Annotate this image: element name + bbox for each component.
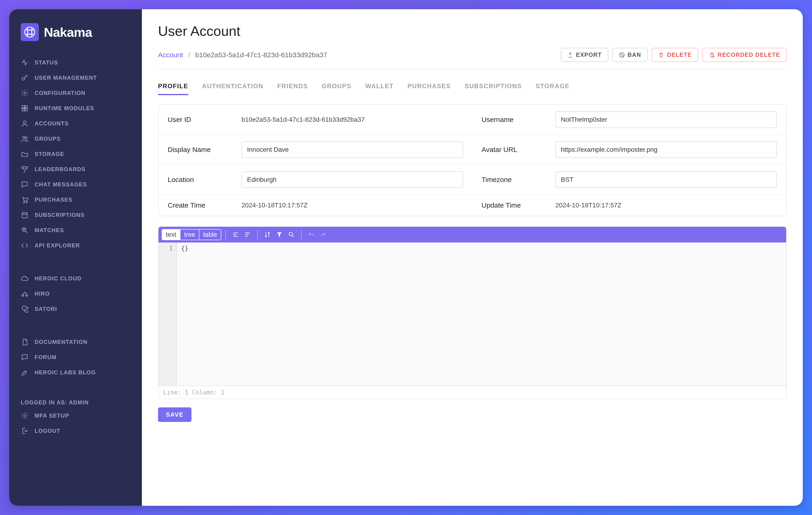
tab-storage[interactable]: STORAGE: [535, 79, 570, 95]
svg-point-13: [22, 228, 26, 232]
cart-icon: [21, 196, 29, 204]
sidebar-item-satori[interactable]: SATORI: [9, 301, 142, 317]
editor-mode-text[interactable]: text: [162, 229, 180, 240]
create-time-label: Create Time: [168, 201, 237, 209]
rocket-icon: [21, 369, 29, 376]
tab-subscriptions[interactable]: SUBSCRIPTIONS: [465, 79, 522, 95]
editor-mode-table[interactable]: table: [199, 229, 221, 240]
timezone-input[interactable]: [555, 171, 777, 188]
sidebar-item-label: STORAGE: [35, 151, 64, 157]
avatar-url-input[interactable]: [555, 141, 777, 158]
compact-icon[interactable]: [243, 230, 252, 239]
sidebar-item-storage[interactable]: STORAGE: [9, 146, 142, 162]
logout-icon: [21, 427, 29, 435]
sidebar-item-configuration[interactable]: CONFIGURATION: [9, 85, 142, 101]
sidebar-item-runtime-modules[interactable]: RUNTIME MODULES: [9, 101, 142, 116]
tab-wallet[interactable]: WALLET: [366, 79, 394, 95]
format-icon[interactable]: [231, 230, 240, 239]
svg-point-11: [26, 202, 27, 203]
breadcrumb-id: b10e2a53-5a1d-47c1-823d-61b33d92ba37: [195, 51, 327, 59]
logged-in-as: LOGGED IN AS: ADMIN: [9, 396, 142, 406]
undo-icon[interactable]: [307, 230, 316, 239]
breadcrumb-sep: /: [188, 51, 190, 59]
update-time-label: Update Time: [482, 201, 551, 209]
page-title: User Account: [158, 23, 787, 39]
sidebar-item-label: PURCHASES: [35, 196, 72, 203]
svg-point-17: [24, 415, 26, 417]
action-buttons: EXPORTBANDELETERECORDED DELETE: [561, 48, 787, 62]
sidebar-item-chat-messages[interactable]: CHAT MESSAGES: [9, 177, 142, 192]
chat-icon: [21, 353, 29, 361]
sidebar-item-leaderboards[interactable]: LEADERBOARDS: [9, 162, 142, 177]
filter-icon[interactable]: [275, 230, 284, 239]
calendar-icon: [21, 211, 29, 219]
location-input[interactable]: [241, 171, 463, 188]
key-icon: [21, 74, 29, 82]
sidebar-item-label: API EXPLORER: [35, 242, 80, 249]
sidebar-item-label: STATUS: [35, 59, 58, 66]
delete-button[interactable]: DELETE: [652, 48, 698, 62]
redo-icon[interactable]: [319, 230, 328, 239]
json-editor: texttreetable 1 {} Line: 1 Column: 1: [158, 226, 787, 399]
recorded-delete-button[interactable]: RECORDED DELETE: [702, 48, 787, 62]
sidebar-item-label: DOCUMENTATION: [35, 339, 87, 345]
sidebar-item-label: ACCOUNTS: [35, 120, 69, 127]
create-time-value: 2024-10-18T10:17:57Z: [241, 201, 463, 209]
username-input[interactable]: [555, 111, 777, 128]
chat-icon: [21, 181, 29, 188]
tab-purchases[interactable]: PURCHASES: [408, 79, 451, 95]
editor-mode-group: texttreetable: [162, 229, 221, 240]
sidebar-item-label: CHAT MESSAGES: [35, 181, 87, 188]
sidebar-item-label: FORUM: [35, 354, 57, 360]
sidebar-item-mfa-setup[interactable]: MFA SETUP: [9, 408, 142, 423]
sidebar-item-status[interactable]: STATUS: [9, 55, 142, 70]
sidebar-item-forum[interactable]: FORUM: [9, 350, 142, 365]
sidebar-item-label: USER MANAGEMENT: [35, 75, 97, 81]
tab-profile[interactable]: PROFILE: [158, 79, 188, 95]
editor-body[interactable]: 1 {}: [158, 243, 786, 386]
user-icon: [21, 119, 29, 128]
main-content: User Account Account / b10e2a53-5a1d-47c…: [142, 9, 803, 506]
search-icon[interactable]: [287, 230, 296, 239]
svg-point-19: [713, 56, 714, 57]
svg-point-20: [289, 232, 292, 236]
breadcrumb-root[interactable]: Account: [158, 51, 183, 59]
display-name-input[interactable]: [241, 141, 463, 158]
sidebar-item-label: GROUPS: [35, 136, 61, 142]
trash-icon: [658, 52, 664, 58]
sidebar-item-subscriptions[interactable]: SUBSCRIPTIONS: [9, 208, 142, 223]
sidebar-item-heroic-labs-blog[interactable]: HEROIC LABS BLOG: [9, 365, 142, 380]
tab-friends[interactable]: FRIENDS: [277, 79, 308, 95]
bike-icon: [21, 290, 29, 298]
svg-point-0: [25, 27, 35, 37]
sidebar-item-logout[interactable]: LOGOUT: [9, 423, 142, 438]
sidebar-item-api-explorer[interactable]: API EXPLORER: [9, 238, 142, 253]
sidebar-item-groups[interactable]: GROUPS: [9, 131, 142, 146]
sort-icon[interactable]: [263, 230, 272, 239]
svg-rect-4: [25, 106, 27, 108]
editor-mode-tree[interactable]: tree: [180, 229, 199, 240]
ban-button[interactable]: BAN: [612, 48, 648, 62]
svg-point-8: [23, 136, 25, 139]
sidebar-item-matches[interactable]: MATCHES: [9, 223, 142, 238]
logo[interactable]: Nakama: [9, 19, 142, 53]
sidebar-item-documentation[interactable]: DOCUMENTATION: [9, 334, 142, 350]
sidebar-item-accounts[interactable]: ACCOUNTS: [9, 116, 142, 131]
export-button[interactable]: EXPORT: [561, 48, 608, 62]
tab-authentication[interactable]: AUTHENTICATION: [202, 79, 263, 95]
sidebar-item-label: HEROIC LABS BLOG: [35, 369, 96, 376]
editor-code[interactable]: {}: [177, 243, 786, 386]
svg-rect-5: [22, 109, 25, 111]
save-button[interactable]: SAVE: [158, 407, 192, 422]
sidebar-item-label: CONFIGURATION: [35, 90, 85, 96]
tabs: PROFILEAUTHENTICATIONFRIENDSGROUPSWALLET…: [158, 79, 787, 95]
sidebar-item-hiro[interactable]: HIRO: [9, 286, 142, 301]
svg-point-14: [23, 228, 25, 230]
logo-text: Nakama: [44, 25, 92, 40]
sidebar-item-user-management[interactable]: USER MANAGEMENT: [9, 70, 142, 85]
profile-card: User ID b10e2a53-5a1d-47c1-823d-61b33d92…: [158, 104, 787, 216]
tab-groups[interactable]: GROUPS: [322, 79, 352, 95]
sidebar-item-purchases[interactable]: PURCHASES: [9, 192, 142, 208]
sidebar-item-label: HEROIC CLOUD: [35, 275, 81, 282]
sidebar-item-heroic-cloud[interactable]: HEROIC CLOUD: [9, 271, 142, 286]
